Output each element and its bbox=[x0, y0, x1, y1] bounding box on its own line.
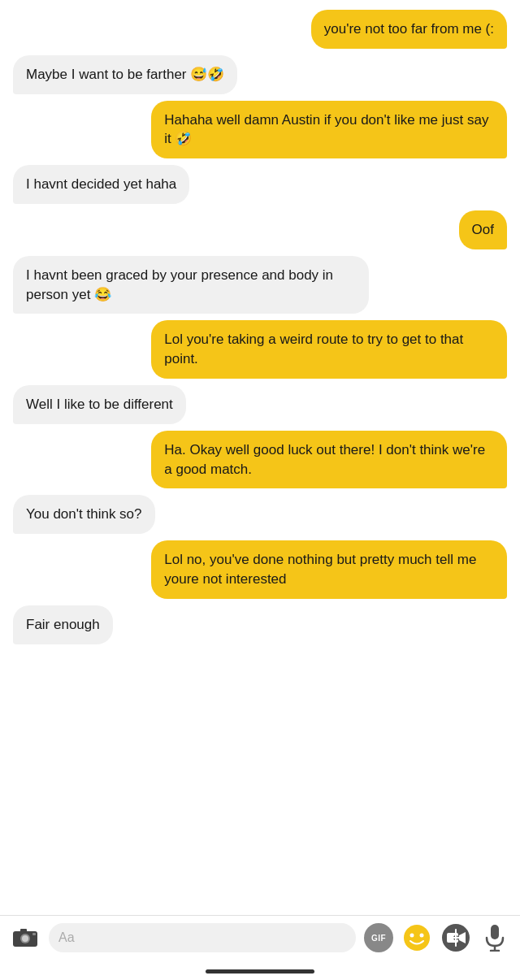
message-row: Fair enough bbox=[13, 605, 507, 644]
svg-point-7 bbox=[420, 934, 424, 938]
video-button[interactable] bbox=[440, 922, 471, 953]
message-row: I havnt been graced by your presence and… bbox=[13, 256, 507, 314]
message-row: Oof bbox=[13, 210, 507, 249]
message-bubble: Oof bbox=[459, 210, 507, 249]
message-bubble: Lol you're taking a weird route to try t… bbox=[151, 320, 507, 379]
message-bubble: Lol no, you've done nothing but pretty m… bbox=[151, 540, 507, 599]
message-row: Lol you're taking a weird route to try t… bbox=[13, 320, 507, 379]
svg-rect-14 bbox=[491, 925, 499, 939]
message-bubble: Fair enough bbox=[13, 605, 113, 644]
gif-button[interactable]: GIF bbox=[364, 923, 393, 952]
chat-area: you're not too far from me (:Maybe I wan… bbox=[0, 0, 520, 915]
message-bubble: I havnt been graced by your presence and… bbox=[13, 256, 369, 314]
sticker-button[interactable] bbox=[401, 922, 432, 953]
message-bubble: Ha. Okay well good luck out there! I don… bbox=[151, 431, 507, 489]
message-bubble: you're not too far from me (: bbox=[311, 10, 507, 49]
message-row: I havnt decided yet haha bbox=[13, 165, 507, 204]
svg-point-2 bbox=[22, 935, 28, 942]
message-input-placeholder: Aa bbox=[58, 930, 75, 945]
message-bubble: I havnt decided yet haha bbox=[13, 165, 189, 204]
message-bubble: Maybe I want to be farther 😅🤣 bbox=[13, 55, 237, 94]
message-row: Maybe I want to be farther 😅🤣 bbox=[13, 55, 507, 94]
message-row: you're not too far from me (: bbox=[13, 10, 507, 49]
svg-point-5 bbox=[404, 925, 430, 951]
mic-button[interactable] bbox=[479, 922, 510, 953]
svg-rect-4 bbox=[32, 933, 36, 935]
gif-label: GIF bbox=[371, 934, 386, 943]
message-input-wrapper[interactable]: Aa bbox=[49, 923, 356, 952]
message-row: Hahaha well damn Austin if you don't lik… bbox=[13, 101, 507, 159]
message-row: Ha. Okay well good luck out there! I don… bbox=[13, 431, 507, 489]
message-bubble: Well I like to be different bbox=[13, 385, 186, 424]
message-row: Lol no, you've done nothing but pretty m… bbox=[13, 540, 507, 599]
message-bubble: Hahaha well damn Austin if you don't lik… bbox=[151, 101, 507, 159]
svg-rect-3 bbox=[20, 929, 27, 932]
message-row: Well I like to be different bbox=[13, 385, 507, 424]
message-bubble: You don't think so? bbox=[13, 495, 155, 534]
svg-point-6 bbox=[410, 934, 414, 938]
home-indicator bbox=[206, 969, 314, 973]
message-row: You don't think so? bbox=[13, 495, 507, 534]
input-bar: Aa GIF bbox=[0, 915, 520, 969]
camera-button[interactable] bbox=[10, 922, 41, 953]
